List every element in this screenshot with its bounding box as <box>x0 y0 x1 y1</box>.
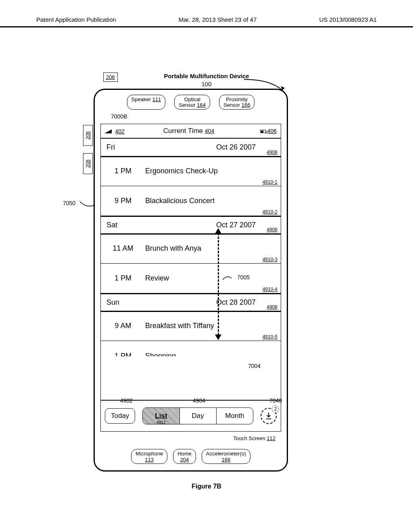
today-button[interactable]: Today <box>105 408 135 424</box>
seg-list-button[interactable]: List 4912 <box>143 408 179 424</box>
header-right: US 2013/0080923 A1 <box>319 16 377 23</box>
view-segmented-control: List 4912 Day Month <box>142 407 253 424</box>
device-title: Portable Multifunction Device <box>0 73 413 79</box>
bottom-sensor-row: Microphone113 Home204 Accelerometer(s)16… <box>95 449 287 464</box>
proximity-sensor-label: Proximity Sensor 166 <box>219 95 255 110</box>
day-header: Sun Oct 28 2007 4908 <box>101 293 281 311</box>
download-button[interactable]: 2 <box>261 408 277 424</box>
current-time: Current Time 404 <box>125 127 252 135</box>
event-row[interactable]: 9 AM Breakfast with Tiffany 4910-5 <box>101 311 281 341</box>
leader-7005 <box>222 274 238 282</box>
home-button-label: Home204 <box>173 449 196 464</box>
seg-month-button[interactable]: Month <box>217 408 253 424</box>
event-row[interactable]: 1 PM Review 4910-4 <box>101 264 281 293</box>
device-outline: Speaker 111 Optical Sensor 164 Proximity… <box>94 89 288 472</box>
ref-7005: 7005 <box>237 274 250 281</box>
ref-4902: 4902 <box>120 397 133 404</box>
ref-4904: 4904 <box>193 397 205 404</box>
signal-icon <box>104 129 112 133</box>
header-left: Patent Application Publication <box>36 16 116 23</box>
day-header: Fri Oct 26 2007 4908 <box>101 139 281 156</box>
status-bar: 402 Current Time 404 406 <box>101 124 281 139</box>
device-number: 100 <box>0 81 413 87</box>
event-row[interactable]: 11 AM Brunch with Anya 4910-3 <box>101 234 281 264</box>
figure-caption: Figure 7B <box>0 483 413 490</box>
ref-206: 206 <box>103 73 118 82</box>
gesture-arrow <box>218 226 219 343</box>
event-row[interactable]: 1 PM Ergonomics Check-Up 4910-1 <box>101 156 281 186</box>
event-row[interactable]: 9 PM Blackalicious Concert 4910-2 <box>101 186 281 216</box>
battery-icon <box>260 130 266 133</box>
accelerometer-label: Accelerometer(s)168 <box>202 449 250 464</box>
optical-sensor-label: Optical Sensor 164 <box>174 95 210 110</box>
ref-7040: 7040 <box>269 397 282 404</box>
microphone-label: Microphone113 <box>131 449 167 464</box>
signal-indicator: 402 <box>101 128 125 135</box>
page-header: Patent Application Publication Mar. 28, … <box>0 16 413 27</box>
ref-7050: 7050 <box>63 200 75 206</box>
top-sensor-row: Speaker 111 Optical Sensor 164 Proximity… <box>95 95 287 110</box>
ref-208-a: 208 <box>83 125 93 146</box>
uid-ref: 7000B <box>111 113 127 120</box>
figure-area: Portable Multifunction Device 100 206 20… <box>0 48 413 508</box>
header-center: Mar. 28, 2013 Sheet 23 of 47 <box>179 16 257 23</box>
day-header: Sat Oct 27 2007 4908 <box>101 216 281 234</box>
ref-7004: 7004 <box>248 363 261 369</box>
touchscreen-label: Touch Screen 112 <box>233 435 275 441</box>
touchscreen[interactable]: 402 Current Time 404 406 Fri Oct 26 2007… <box>100 124 281 432</box>
speaker-label: Speaker 111 <box>127 95 166 110</box>
event-row[interactable]: 1 PM Shopping <box>101 341 281 356</box>
battery-indicator: 406 <box>252 128 281 134</box>
download-icon <box>264 411 273 420</box>
ref-208-b: 208 <box>83 153 93 174</box>
download-badge: 2 <box>272 405 279 413</box>
bottom-toolbar: Today List 4912 Day Month 2 <box>101 400 281 431</box>
seg-day-button[interactable]: Day <box>180 408 217 424</box>
